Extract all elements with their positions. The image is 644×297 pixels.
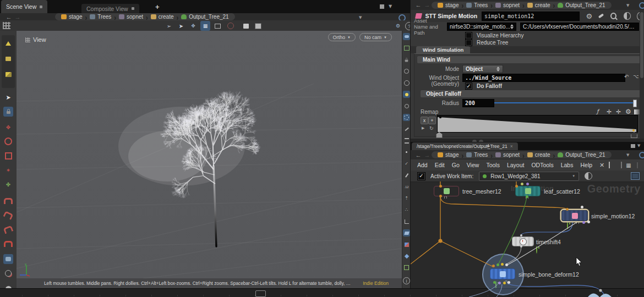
new-tab-button[interactable]: + <box>155 3 160 11</box>
shaded-display-icon[interactable] <box>403 229 410 237</box>
radius-slider-track[interactable] <box>494 102 635 103</box>
asset-path-field[interactable]: C:/Users/vfxserver/Documents/houdini20.5… <box>520 23 639 31</box>
rotate-handle-icon[interactable] <box>3 136 13 146</box>
timeline-current-frame-marker[interactable] <box>255 290 266 297</box>
tab-scene-view[interactable]: Scene View <box>1 0 47 13</box>
menu-labs[interactable]: Labs <box>561 162 574 168</box>
select-arrow-icon[interactable]: ➤ <box>176 21 186 31</box>
input-port[interactable] <box>566 208 569 211</box>
input-port[interactable] <box>526 183 529 185</box>
nav-back-icon[interactable]: ← <box>414 152 423 158</box>
contrast-icon[interactable] <box>624 12 631 20</box>
wind-object-field[interactable]: ../Wind_Source <box>462 74 625 82</box>
visualize-hierarchy-checkbox[interactable] <box>465 32 472 39</box>
grid-view-icon[interactable]: ▦ <box>626 162 631 168</box>
material-display-icon[interactable] <box>403 241 410 248</box>
breadcrumb-stage[interactable]: stage <box>436 2 460 8</box>
output-port[interactable] <box>493 281 496 284</box>
ortho-button[interactable]: Ortho▼ <box>328 33 356 41</box>
lasso-select-icon[interactable]: ➢ <box>164 21 174 31</box>
param-scrollbar[interactable] <box>640 10 644 139</box>
info-circle-icon[interactable]: i <box>403 277 410 284</box>
main-wind-header[interactable]: Main Wind <box>417 56 644 63</box>
menu-tools[interactable]: Tools <box>486 162 500 168</box>
snap-grid-icon[interactable]: ▦ <box>200 21 210 31</box>
nav-forward-icon[interactable]: → <box>423 152 432 158</box>
magnifier-icon[interactable] <box>610 13 616 19</box>
output-port[interactable] <box>587 221 590 223</box>
node-simple-bone-deform[interactable] <box>490 268 515 279</box>
menu-edit[interactable]: Edit <box>435 162 445 168</box>
menu-layout[interactable]: Layout <box>507 162 525 168</box>
op-path-icon[interactable]: ⌥ <box>633 74 638 79</box>
link-display-icon[interactable] <box>403 33 410 40</box>
breadcrumb-stage[interactable]: stage <box>59 14 84 20</box>
breadcrumb-sopnet[interactable]: sopnet <box>117 14 145 20</box>
breadcrumb-output-tree[interactable]: Output_Tree_21 <box>179 14 230 20</box>
menu-add[interactable]: Add <box>417 162 428 168</box>
radius-field[interactable]: 200 <box>462 99 494 107</box>
output-port[interactable] <box>526 195 528 198</box>
param-scrollbar-thumb[interactable] <box>640 12 643 78</box>
path-dropdown-icon[interactable]: ▼ <box>626 153 629 157</box>
breadcrumb-create[interactable]: create <box>526 152 552 158</box>
flipbook-icon[interactable] <box>241 21 251 31</box>
snap-magnet-curve-icon[interactable] <box>3 210 13 220</box>
snap-magnet-box-icon[interactable] <box>3 196 13 206</box>
menu-go[interactable]: Go <box>452 162 460 168</box>
output-port[interactable] <box>439 195 442 197</box>
node-timeshift[interactable] <box>512 237 534 246</box>
shelf-tool-lock-icon[interactable] <box>3 54 13 64</box>
scene-viewport[interactable]: View Ortho▼ No cam▼ y <box>17 31 402 278</box>
box-zoom-icon[interactable] <box>212 21 222 31</box>
menu-odtools[interactable]: ODTools <box>531 162 553 168</box>
network-tab[interactable]: /stage/Trees/sopnet/create/Output_Tree_2… <box>412 142 518 150</box>
path-dropdown-icon[interactable]: ▼ <box>359 15 362 20</box>
output-port[interactable] <box>507 281 510 284</box>
input-port[interactable] <box>492 265 495 267</box>
tab-close-icon[interactable]: × <box>510 144 513 149</box>
path-dropdown-icon[interactable]: ▼ <box>626 3 629 8</box>
output-port[interactable] <box>520 245 522 248</box>
input-port[interactable] <box>521 183 523 185</box>
breadcrumb-sopnet[interactable]: sopnet <box>494 152 521 158</box>
ruler-corner-icon[interactable] <box>403 218 410 225</box>
active-work-item-checkbox[interactable]: ✓ <box>417 172 425 180</box>
tab-close-icon[interactable] <box>40 6 42 8</box>
input-port[interactable] <box>439 185 442 188</box>
pane-maximize-icon[interactable] <box>631 144 635 148</box>
breadcrumb-output-tree[interactable]: Output_Tree_21 <box>556 152 607 158</box>
render-region-icon[interactable] <box>3 268 13 278</box>
ramp-gear-icon[interactable]: ⚙ <box>625 108 631 116</box>
move-tool-icon[interactable]: ✥ <box>188 21 198 31</box>
breadcrumb-output-tree[interactable]: Output_Tree_21 <box>556 2 607 8</box>
display-options-icon[interactable]: ⚙ <box>393 21 403 31</box>
input-port[interactable] <box>520 234 522 237</box>
tab-wind-simulation[interactable]: Wind Simulation <box>416 46 470 53</box>
input-port[interactable] <box>496 263 499 266</box>
input-port[interactable] <box>515 185 518 188</box>
select-tool-icon[interactable]: ➤ <box>3 92 13 102</box>
handles-tool-icon[interactable]: ✤ <box>3 179 13 189</box>
pose-tool-icon[interactable]: ✶ <box>3 165 13 175</box>
snap-magnet-point-icon[interactable] <box>3 224 13 234</box>
diamond-display-icon[interactable] <box>403 252 410 260</box>
breadcrumb-trees[interactable]: Trees <box>465 152 489 158</box>
ramp-cycle-icon[interactable]: ↻ <box>429 125 434 131</box>
pane-maximize-icon[interactable] <box>380 4 384 9</box>
reduce-tree-checkbox[interactable] <box>465 39 472 46</box>
ramp-add-button[interactable]: + <box>428 117 436 124</box>
lock-view-icon[interactable] <box>403 56 410 63</box>
ramp-curve-icon[interactable]: ƒ <box>597 108 599 114</box>
ramp-expand-icon[interactable]: ▶ <box>422 126 424 130</box>
wireframe-icon[interactable] <box>403 264 410 271</box>
radius-slider-handle[interactable] <box>633 100 637 107</box>
pin-view-icon[interactable] <box>403 68 410 75</box>
breadcrumb-create[interactable]: create <box>526 2 552 8</box>
character-light-icon[interactable] <box>403 102 410 109</box>
pane-menu-icon[interactable]: ▼ <box>389 4 392 9</box>
wrench-icon[interactable]: ✕ <box>599 162 604 169</box>
breadcrumb-stage[interactable]: stage <box>436 152 460 158</box>
breadcrumb-trees[interactable]: Trees <box>465 2 489 8</box>
disabled-tool-icon[interactable] <box>226 21 236 31</box>
